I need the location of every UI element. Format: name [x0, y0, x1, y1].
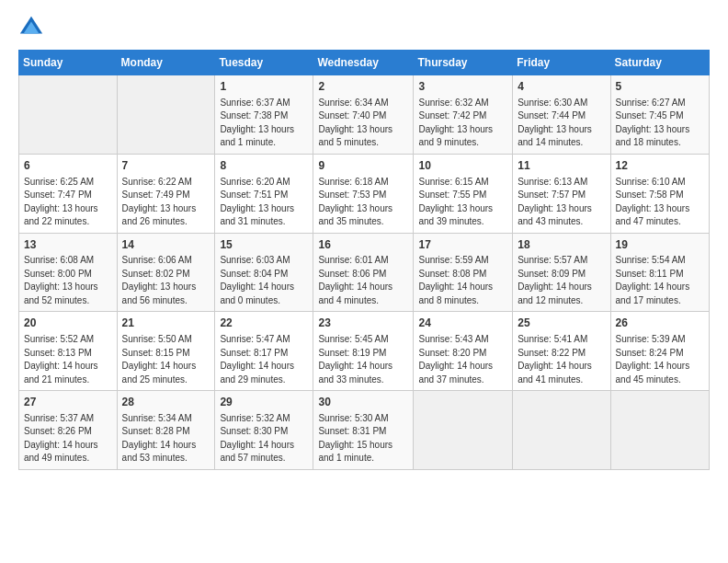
cell-info: Sunrise: 6:13 AM Sunset: 7:57 PM Dayligh…: [518, 176, 605, 229]
cell-info: Sunrise: 6:30 AM Sunset: 7:44 PM Dayligh…: [518, 97, 605, 150]
calendar-cell: 1Sunrise: 6:37 AM Sunset: 7:38 PM Daylig…: [215, 75, 313, 155]
cell-info: Sunrise: 5:59 AM Sunset: 8:08 PM Dayligh…: [418, 254, 507, 307]
cell-info: Sunrise: 6:22 AM Sunset: 7:49 PM Dayligh…: [122, 176, 210, 229]
calendar-cell: 20Sunrise: 5:52 AM Sunset: 8:13 PM Dayli…: [19, 312, 118, 391]
calendar-cell: 29Sunrise: 5:32 AM Sunset: 8:30 PM Dayli…: [215, 391, 313, 470]
calendar-cell: 3Sunrise: 6:32 AM Sunset: 7:42 PM Daylig…: [414, 75, 513, 155]
cell-info: Sunrise: 5:54 AM Sunset: 8:11 PM Dayligh…: [616, 254, 704, 307]
cell-info: Sunrise: 6:06 AM Sunset: 8:02 PM Dayligh…: [122, 254, 210, 307]
calendar-header: SundayMondayTuesdayWednesdayThursdayFrid…: [19, 51, 710, 75]
calendar-cell: 4Sunrise: 6:30 AM Sunset: 7:44 PM Daylig…: [513, 75, 610, 155]
calendar-cell: 22Sunrise: 5:47 AM Sunset: 8:17 PM Dayli…: [215, 312, 313, 391]
cell-info: Sunrise: 6:01 AM Sunset: 8:06 PM Dayligh…: [318, 254, 408, 307]
cell-day-number: 29: [220, 395, 308, 410]
calendar-week-2: 6Sunrise: 6:25 AM Sunset: 7:47 PM Daylig…: [19, 154, 710, 233]
cell-info: Sunrise: 6:34 AM Sunset: 7:40 PM Dayligh…: [318, 97, 408, 150]
calendar-cell: [414, 391, 513, 470]
weekday-header-friday: Friday: [513, 51, 610, 75]
cell-info: Sunrise: 6:10 AM Sunset: 7:58 PM Dayligh…: [616, 176, 704, 229]
cell-info: Sunrise: 5:32 AM Sunset: 8:30 PM Dayligh…: [220, 412, 308, 465]
cell-day-number: 10: [418, 158, 507, 174]
cell-info: Sunrise: 6:37 AM Sunset: 7:38 PM Dayligh…: [220, 97, 308, 150]
calendar-cell: 28Sunrise: 5:34 AM Sunset: 8:28 PM Dayli…: [117, 391, 215, 470]
calendar-cell: 30Sunrise: 5:30 AM Sunset: 8:31 PM Dayli…: [313, 391, 414, 470]
cell-info: Sunrise: 6:15 AM Sunset: 7:55 PM Dayligh…: [418, 176, 507, 229]
cell-day-number: 5: [616, 79, 704, 95]
cell-day-number: 27: [24, 395, 112, 410]
cell-day-number: 13: [24, 237, 112, 253]
cell-day-number: 22: [220, 316, 308, 331]
logo-icon: [18, 15, 44, 40]
cell-day-number: 2: [318, 79, 408, 95]
cell-info: Sunrise: 5:43 AM Sunset: 8:20 PM Dayligh…: [418, 333, 507, 386]
calendar-cell: 18Sunrise: 5:57 AM Sunset: 8:09 PM Dayli…: [513, 233, 610, 312]
cell-info: Sunrise: 5:52 AM Sunset: 8:13 PM Dayligh…: [24, 333, 112, 386]
cell-info: Sunrise: 5:37 AM Sunset: 8:26 PM Dayligh…: [24, 412, 112, 465]
calendar-week-4: 20Sunrise: 5:52 AM Sunset: 8:13 PM Dayli…: [19, 312, 710, 391]
weekday-header-tuesday: Tuesday: [215, 51, 313, 75]
cell-day-number: 25: [518, 316, 605, 331]
cell-day-number: 4: [518, 79, 605, 95]
cell-info: Sunrise: 6:20 AM Sunset: 7:51 PM Dayligh…: [220, 176, 308, 229]
calendar-week-1: 1Sunrise: 6:37 AM Sunset: 7:38 PM Daylig…: [19, 75, 710, 155]
calendar-cell: 14Sunrise: 6:06 AM Sunset: 8:02 PM Dayli…: [117, 233, 215, 312]
cell-day-number: 24: [418, 316, 507, 331]
cell-info: Sunrise: 6:03 AM Sunset: 8:04 PM Dayligh…: [220, 254, 308, 307]
calendar-cell: 7Sunrise: 6:22 AM Sunset: 7:49 PM Daylig…: [117, 154, 215, 233]
weekday-header-wednesday: Wednesday: [313, 51, 414, 75]
cell-day-number: 11: [518, 158, 605, 174]
calendar-cell: 15Sunrise: 6:03 AM Sunset: 8:04 PM Dayli…: [215, 233, 313, 312]
calendar-week-3: 13Sunrise: 6:08 AM Sunset: 8:00 PM Dayli…: [19, 233, 710, 312]
cell-day-number: 9: [318, 158, 408, 174]
cell-info: Sunrise: 6:25 AM Sunset: 7:47 PM Dayligh…: [24, 176, 112, 229]
cell-info: Sunrise: 5:57 AM Sunset: 8:09 PM Dayligh…: [518, 254, 605, 307]
cell-day-number: 12: [616, 158, 704, 174]
cell-day-number: 23: [318, 316, 408, 331]
logo: [18, 15, 48, 40]
cell-info: Sunrise: 6:18 AM Sunset: 7:53 PM Dayligh…: [318, 176, 408, 229]
calendar-cell: 19Sunrise: 5:54 AM Sunset: 8:11 PM Dayli…: [610, 233, 709, 312]
cell-info: Sunrise: 6:32 AM Sunset: 7:42 PM Dayligh…: [418, 97, 507, 150]
calendar-cell: 26Sunrise: 5:39 AM Sunset: 8:24 PM Dayli…: [610, 312, 709, 391]
cell-info: Sunrise: 6:27 AM Sunset: 7:45 PM Dayligh…: [616, 97, 704, 150]
calendar-cell: 27Sunrise: 5:37 AM Sunset: 8:26 PM Dayli…: [19, 391, 118, 470]
calendar-cell: [610, 391, 709, 470]
calendar-table: SundayMondayTuesdayWednesdayThursdayFrid…: [18, 50, 710, 470]
weekday-header-monday: Monday: [117, 51, 215, 75]
cell-info: Sunrise: 5:30 AM Sunset: 8:31 PM Dayligh…: [318, 412, 408, 465]
calendar-cell: 13Sunrise: 6:08 AM Sunset: 8:00 PM Dayli…: [19, 233, 118, 312]
weekday-row: SundayMondayTuesdayWednesdayThursdayFrid…: [19, 51, 710, 75]
calendar-cell: 17Sunrise: 5:59 AM Sunset: 8:08 PM Dayli…: [414, 233, 513, 312]
cell-day-number: 17: [418, 237, 507, 253]
cell-info: Sunrise: 6:08 AM Sunset: 8:00 PM Dayligh…: [24, 254, 112, 307]
cell-day-number: 26: [616, 316, 704, 331]
calendar-cell: 6Sunrise: 6:25 AM Sunset: 7:47 PM Daylig…: [19, 154, 118, 233]
cell-day-number: 1: [220, 79, 308, 95]
calendar-cell: [117, 75, 215, 155]
cell-day-number: 16: [318, 237, 408, 253]
cell-day-number: 3: [418, 79, 507, 95]
weekday-header-saturday: Saturday: [610, 51, 709, 75]
cell-day-number: 7: [122, 158, 210, 174]
calendar-week-5: 27Sunrise: 5:37 AM Sunset: 8:26 PM Dayli…: [19, 391, 710, 470]
cell-info: Sunrise: 5:41 AM Sunset: 8:22 PM Dayligh…: [518, 333, 605, 386]
cell-day-number: 19: [616, 237, 704, 253]
cell-info: Sunrise: 5:34 AM Sunset: 8:28 PM Dayligh…: [122, 412, 210, 465]
calendar-cell: 12Sunrise: 6:10 AM Sunset: 7:58 PM Dayli…: [610, 154, 709, 233]
cell-info: Sunrise: 5:39 AM Sunset: 8:24 PM Dayligh…: [616, 333, 704, 386]
cell-day-number: 15: [220, 237, 308, 253]
calendar-cell: 9Sunrise: 6:18 AM Sunset: 7:53 PM Daylig…: [313, 154, 414, 233]
cell-day-number: 6: [24, 158, 112, 174]
cell-info: Sunrise: 5:50 AM Sunset: 8:15 PM Dayligh…: [122, 333, 210, 386]
cell-day-number: 28: [122, 395, 210, 410]
calendar-body: 1Sunrise: 6:37 AM Sunset: 7:38 PM Daylig…: [19, 75, 710, 470]
calendar-cell: 24Sunrise: 5:43 AM Sunset: 8:20 PM Dayli…: [414, 312, 513, 391]
calendar-cell: [19, 75, 118, 155]
cell-info: Sunrise: 5:45 AM Sunset: 8:19 PM Dayligh…: [318, 333, 408, 386]
cell-day-number: 14: [122, 237, 210, 253]
calendar-cell: 5Sunrise: 6:27 AM Sunset: 7:45 PM Daylig…: [610, 75, 709, 155]
calendar-cell: 21Sunrise: 5:50 AM Sunset: 8:15 PM Dayli…: [117, 312, 215, 391]
calendar-cell: 23Sunrise: 5:45 AM Sunset: 8:19 PM Dayli…: [313, 312, 414, 391]
calendar-cell: 8Sunrise: 6:20 AM Sunset: 7:51 PM Daylig…: [215, 154, 313, 233]
weekday-header-sunday: Sunday: [19, 51, 118, 75]
